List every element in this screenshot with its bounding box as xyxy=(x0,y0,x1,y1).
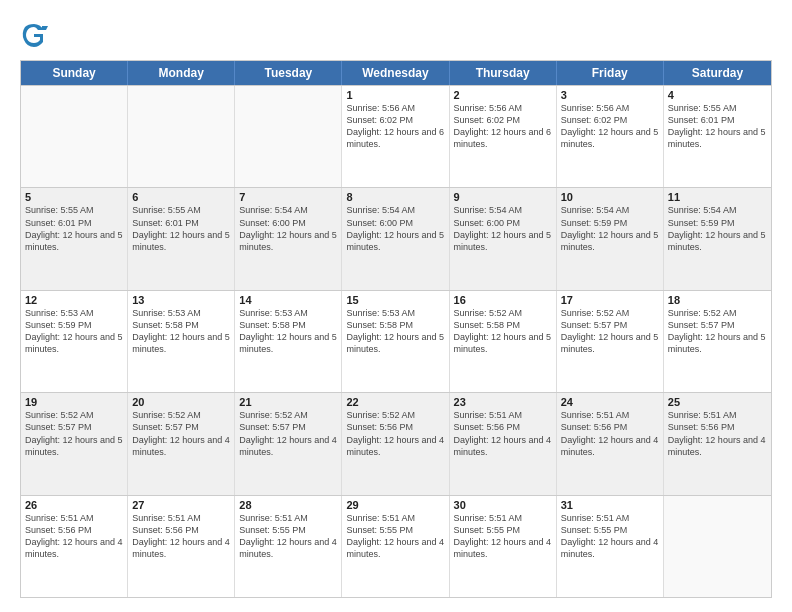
calendar-cell: 7Sunrise: 5:54 AM Sunset: 6:00 PM Daylig… xyxy=(235,188,342,289)
day-number: 26 xyxy=(25,499,123,511)
day-number: 31 xyxy=(561,499,659,511)
day-number: 14 xyxy=(239,294,337,306)
day-info: Sunrise: 5:54 AM Sunset: 6:00 PM Dayligh… xyxy=(346,204,444,253)
calendar-cell: 28Sunrise: 5:51 AM Sunset: 5:55 PM Dayli… xyxy=(235,496,342,597)
day-number: 22 xyxy=(346,396,444,408)
calendar-cell: 3Sunrise: 5:56 AM Sunset: 6:02 PM Daylig… xyxy=(557,86,664,187)
calendar-cell: 29Sunrise: 5:51 AM Sunset: 5:55 PM Dayli… xyxy=(342,496,449,597)
calendar-cell: 6Sunrise: 5:55 AM Sunset: 6:01 PM Daylig… xyxy=(128,188,235,289)
calendar-cell: 18Sunrise: 5:52 AM Sunset: 5:57 PM Dayli… xyxy=(664,291,771,392)
day-info: Sunrise: 5:55 AM Sunset: 6:01 PM Dayligh… xyxy=(668,102,767,151)
calendar: SundayMondayTuesdayWednesdayThursdayFrid… xyxy=(20,60,772,598)
weekday-header: Tuesday xyxy=(235,61,342,85)
calendar-cell: 1Sunrise: 5:56 AM Sunset: 6:02 PM Daylig… xyxy=(342,86,449,187)
calendar-cell: 17Sunrise: 5:52 AM Sunset: 5:57 PM Dayli… xyxy=(557,291,664,392)
calendar-cell: 27Sunrise: 5:51 AM Sunset: 5:56 PM Dayli… xyxy=(128,496,235,597)
calendar-cell xyxy=(21,86,128,187)
weekday-header: Saturday xyxy=(664,61,771,85)
day-number: 11 xyxy=(668,191,767,203)
day-number: 3 xyxy=(561,89,659,101)
day-number: 1 xyxy=(346,89,444,101)
calendar-row: 19Sunrise: 5:52 AM Sunset: 5:57 PM Dayli… xyxy=(21,392,771,494)
day-number: 12 xyxy=(25,294,123,306)
header xyxy=(20,18,772,50)
day-info: Sunrise: 5:55 AM Sunset: 6:01 PM Dayligh… xyxy=(132,204,230,253)
calendar-cell: 23Sunrise: 5:51 AM Sunset: 5:56 PM Dayli… xyxy=(450,393,557,494)
day-info: Sunrise: 5:52 AM Sunset: 5:58 PM Dayligh… xyxy=(454,307,552,356)
day-info: Sunrise: 5:51 AM Sunset: 5:56 PM Dayligh… xyxy=(668,409,767,458)
weekday-header: Monday xyxy=(128,61,235,85)
calendar-cell: 31Sunrise: 5:51 AM Sunset: 5:55 PM Dayli… xyxy=(557,496,664,597)
day-info: Sunrise: 5:54 AM Sunset: 5:59 PM Dayligh… xyxy=(668,204,767,253)
day-number: 29 xyxy=(346,499,444,511)
day-info: Sunrise: 5:54 AM Sunset: 5:59 PM Dayligh… xyxy=(561,204,659,253)
day-number: 10 xyxy=(561,191,659,203)
day-info: Sunrise: 5:56 AM Sunset: 6:02 PM Dayligh… xyxy=(346,102,444,151)
day-info: Sunrise: 5:54 AM Sunset: 6:00 PM Dayligh… xyxy=(239,204,337,253)
day-number: 30 xyxy=(454,499,552,511)
logo xyxy=(20,22,52,50)
calendar-cell: 15Sunrise: 5:53 AM Sunset: 5:58 PM Dayli… xyxy=(342,291,449,392)
calendar-row: 12Sunrise: 5:53 AM Sunset: 5:59 PM Dayli… xyxy=(21,290,771,392)
calendar-row: 26Sunrise: 5:51 AM Sunset: 5:56 PM Dayli… xyxy=(21,495,771,597)
calendar-cell: 19Sunrise: 5:52 AM Sunset: 5:57 PM Dayli… xyxy=(21,393,128,494)
calendar-cell: 8Sunrise: 5:54 AM Sunset: 6:00 PM Daylig… xyxy=(342,188,449,289)
day-info: Sunrise: 5:52 AM Sunset: 5:57 PM Dayligh… xyxy=(561,307,659,356)
day-info: Sunrise: 5:52 AM Sunset: 5:57 PM Dayligh… xyxy=(25,409,123,458)
calendar-cell: 24Sunrise: 5:51 AM Sunset: 5:56 PM Dayli… xyxy=(557,393,664,494)
day-info: Sunrise: 5:51 AM Sunset: 5:56 PM Dayligh… xyxy=(132,512,230,561)
calendar-cell: 2Sunrise: 5:56 AM Sunset: 6:02 PM Daylig… xyxy=(450,86,557,187)
calendar-cell: 20Sunrise: 5:52 AM Sunset: 5:57 PM Dayli… xyxy=(128,393,235,494)
day-number: 21 xyxy=(239,396,337,408)
day-number: 17 xyxy=(561,294,659,306)
page: SundayMondayTuesdayWednesdayThursdayFrid… xyxy=(0,0,792,612)
day-info: Sunrise: 5:55 AM Sunset: 6:01 PM Dayligh… xyxy=(25,204,123,253)
day-info: Sunrise: 5:52 AM Sunset: 5:57 PM Dayligh… xyxy=(239,409,337,458)
calendar-cell xyxy=(235,86,342,187)
day-info: Sunrise: 5:53 AM Sunset: 5:58 PM Dayligh… xyxy=(132,307,230,356)
day-info: Sunrise: 5:54 AM Sunset: 6:00 PM Dayligh… xyxy=(454,204,552,253)
calendar-cell: 21Sunrise: 5:52 AM Sunset: 5:57 PM Dayli… xyxy=(235,393,342,494)
day-number: 28 xyxy=(239,499,337,511)
day-number: 6 xyxy=(132,191,230,203)
day-number: 4 xyxy=(668,89,767,101)
day-info: Sunrise: 5:53 AM Sunset: 5:58 PM Dayligh… xyxy=(239,307,337,356)
day-number: 27 xyxy=(132,499,230,511)
day-info: Sunrise: 5:51 AM Sunset: 5:56 PM Dayligh… xyxy=(454,409,552,458)
day-info: Sunrise: 5:51 AM Sunset: 5:55 PM Dayligh… xyxy=(346,512,444,561)
calendar-row: 1Sunrise: 5:56 AM Sunset: 6:02 PM Daylig… xyxy=(21,85,771,187)
day-number: 7 xyxy=(239,191,337,203)
calendar-cell: 14Sunrise: 5:53 AM Sunset: 5:58 PM Dayli… xyxy=(235,291,342,392)
calendar-cell: 12Sunrise: 5:53 AM Sunset: 5:59 PM Dayli… xyxy=(21,291,128,392)
calendar-cell: 11Sunrise: 5:54 AM Sunset: 5:59 PM Dayli… xyxy=(664,188,771,289)
day-info: Sunrise: 5:52 AM Sunset: 5:57 PM Dayligh… xyxy=(668,307,767,356)
day-number: 20 xyxy=(132,396,230,408)
calendar-cell: 5Sunrise: 5:55 AM Sunset: 6:01 PM Daylig… xyxy=(21,188,128,289)
day-number: 23 xyxy=(454,396,552,408)
calendar-cell: 25Sunrise: 5:51 AM Sunset: 5:56 PM Dayli… xyxy=(664,393,771,494)
day-info: Sunrise: 5:52 AM Sunset: 5:57 PM Dayligh… xyxy=(132,409,230,458)
day-info: Sunrise: 5:51 AM Sunset: 5:55 PM Dayligh… xyxy=(561,512,659,561)
day-info: Sunrise: 5:56 AM Sunset: 6:02 PM Dayligh… xyxy=(454,102,552,151)
calendar-cell xyxy=(128,86,235,187)
day-info: Sunrise: 5:51 AM Sunset: 5:56 PM Dayligh… xyxy=(561,409,659,458)
calendar-row: 5Sunrise: 5:55 AM Sunset: 6:01 PM Daylig… xyxy=(21,187,771,289)
day-number: 25 xyxy=(668,396,767,408)
day-info: Sunrise: 5:53 AM Sunset: 5:59 PM Dayligh… xyxy=(25,307,123,356)
weekday-header: Sunday xyxy=(21,61,128,85)
day-number: 9 xyxy=(454,191,552,203)
day-info: Sunrise: 5:51 AM Sunset: 5:56 PM Dayligh… xyxy=(25,512,123,561)
day-number: 2 xyxy=(454,89,552,101)
calendar-cell: 22Sunrise: 5:52 AM Sunset: 5:56 PM Dayli… xyxy=(342,393,449,494)
day-number: 16 xyxy=(454,294,552,306)
calendar-cell: 30Sunrise: 5:51 AM Sunset: 5:55 PM Dayli… xyxy=(450,496,557,597)
weekday-header: Thursday xyxy=(450,61,557,85)
calendar-cell: 16Sunrise: 5:52 AM Sunset: 5:58 PM Dayli… xyxy=(450,291,557,392)
calendar-cell: 10Sunrise: 5:54 AM Sunset: 5:59 PM Dayli… xyxy=(557,188,664,289)
calendar-cell: 4Sunrise: 5:55 AM Sunset: 6:01 PM Daylig… xyxy=(664,86,771,187)
calendar-body: 1Sunrise: 5:56 AM Sunset: 6:02 PM Daylig… xyxy=(21,85,771,597)
calendar-cell: 13Sunrise: 5:53 AM Sunset: 5:58 PM Dayli… xyxy=(128,291,235,392)
weekday-header: Friday xyxy=(557,61,664,85)
day-number: 18 xyxy=(668,294,767,306)
day-info: Sunrise: 5:52 AM Sunset: 5:56 PM Dayligh… xyxy=(346,409,444,458)
